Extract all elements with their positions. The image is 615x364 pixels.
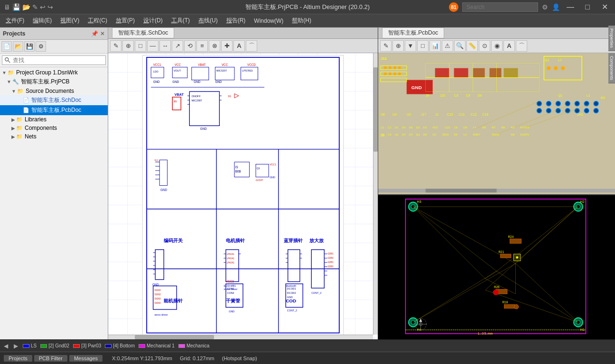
- pcb-tool-measure[interactable]: 📏: [466, 40, 478, 52]
- properties-tab[interactable]: Properties: [608, 26, 615, 51]
- pcb-tool-drc[interactable]: ⚠: [442, 40, 453, 52]
- schematic-canvas[interactable]: VCC1 LDO VCC VOUT VBAT VCC MIC5207: [108, 53, 378, 339]
- tree-project-group[interactable]: ▼ 📁 Project Group 1.DsnWrk: [0, 68, 108, 77]
- pcb-tool-via[interactable]: ◉: [491, 40, 503, 52]
- minimize-button[interactable]: —: [564, 0, 577, 14]
- quick-access-2[interactable]: 📂: [22, 3, 30, 11]
- open-project-button[interactable]: 📂: [13, 41, 23, 52]
- layer-nav-left[interactable]: ◀: [3, 343, 9, 349]
- sch-vertical-scrollbar[interactable]: [373, 53, 378, 335]
- quick-access-redo[interactable]: ↪: [47, 3, 53, 11]
- tree-sch-doc[interactable]: 📄 智能车主板.SchDoc: [0, 95, 108, 105]
- menu-edit[interactable]: 编辑(E): [29, 15, 56, 26]
- svg-text:GND: GND: [194, 80, 200, 83]
- menu-file[interactable]: 文件(F): [2, 15, 28, 26]
- pcb-board-view[interactable]: 1...0:5..mm H3 H2 H4: [378, 195, 615, 339]
- tab-projects[interactable]: Projects: [4, 355, 32, 362]
- menu-window[interactable]: Window(W): [250, 16, 287, 26]
- tree-pcb-doc[interactable]: 📄 智能车主板.PcbDoc: [0, 105, 108, 115]
- pcb-tool-pad[interactable]: ⊙: [479, 40, 490, 52]
- menu-help[interactable]: 帮助(H): [288, 15, 315, 26]
- svg-text:Q1: Q1: [257, 167, 260, 170]
- quick-access-3[interactable]: ✎: [32, 3, 38, 11]
- sch-tool-connect[interactable]: ↔: [159, 40, 171, 52]
- pcb-tool-select[interactable]: ✎: [380, 40, 391, 52]
- sch-tool-cross[interactable]: ⊗: [209, 40, 220, 52]
- svg-text:VBAT: VBAT: [175, 92, 184, 97]
- close-button[interactable]: ✕: [598, 0, 611, 14]
- layer-mechanical2[interactable]: Mechanica: [178, 343, 209, 348]
- menu-project[interactable]: 工程(C): [84, 15, 111, 26]
- quick-access-undo[interactable]: ↩: [40, 3, 46, 11]
- save-project-button[interactable]: 💾: [24, 41, 35, 52]
- menu-route[interactable]: 布线(U): [195, 15, 222, 26]
- menu-design[interactable]: 设计(D): [140, 15, 167, 26]
- components-tab[interactable]: Components: [608, 53, 615, 83]
- svg-text:DGND: DGND: [154, 298, 161, 300]
- layer-mechanical1[interactable]: Mechanical 1: [139, 343, 175, 348]
- svg-text:VCC1: VCC1: [270, 163, 276, 166]
- layer-pwr03[interactable]: [3] Pwr03: [73, 343, 101, 348]
- pcb-tool-text[interactable]: A: [503, 40, 515, 52]
- pcb-upper-view[interactable]: J11 GND: [378, 53, 615, 195]
- layer-bottom[interactable]: [4] Bottom: [105, 343, 135, 348]
- svg-line-232: [413, 207, 516, 264]
- svg-point-129: [398, 73, 401, 75]
- sch-horizontal-scrollbar[interactable]: [108, 335, 373, 339]
- sch-tool-arrow[interactable]: ↗: [172, 40, 183, 52]
- pcb-tool-zoom[interactable]: 🔍: [454, 40, 466, 52]
- layer-bottom-color: [105, 344, 112, 348]
- notification-badge[interactable]: 81: [449, 2, 458, 12]
- new-project-button[interactable]: 📄: [1, 41, 12, 52]
- settings-project-button[interactable]: ⚙: [36, 41, 46, 52]
- global-search-input[interactable]: [462, 2, 538, 12]
- menu-report[interactable]: 报告(R): [223, 15, 250, 26]
- sch-scrollbar-thumb[interactable]: [135, 335, 214, 339]
- sch-tool-plus[interactable]: ✚: [221, 40, 233, 52]
- pcb-tool-component[interactable]: □: [417, 40, 429, 52]
- settings-icon[interactable]: ⚙: [542, 3, 548, 11]
- tree-smart-car-project[interactable]: ▼ 🔧 智能车主板.PrjPCB: [0, 77, 108, 87]
- pcb-tool-arc[interactable]: ⌒: [516, 40, 527, 52]
- svg-text:B5: B5: [174, 100, 177, 103]
- sch-tool-bus[interactable]: ≡: [196, 40, 208, 52]
- pcb-doc-tab[interactable]: 智能车主板.PcbDoc: [382, 27, 444, 38]
- user-icon[interactable]: 👤: [552, 3, 560, 11]
- sch-doc-tab[interactable]: 智能车主板.SchDoc: [112, 27, 174, 38]
- project-search-input[interactable]: [2, 55, 106, 65]
- svg-point-127: [389, 73, 391, 75]
- panel-close-icon[interactable]: ✕: [100, 30, 105, 37]
- panel-pin-icon[interactable]: 📌: [91, 30, 98, 37]
- sch-vertical-scrollbar-thumb[interactable]: [373, 67, 378, 152]
- pcb-tool-chart[interactable]: 📊: [429, 40, 441, 52]
- svg-text:LPK041: LPK041: [227, 262, 235, 264]
- tree-nets[interactable]: ▶ 📁 Nets: [0, 132, 108, 141]
- tree-source-documents[interactable]: ▼ 📁 Source Documents: [0, 87, 108, 95]
- svg-text:GDB2: GDB2: [327, 265, 334, 268]
- svg-point-253: [516, 256, 518, 259]
- maximize-button[interactable]: □: [581, 0, 594, 14]
- layer-gnd02[interactable]: [2] Gnd02: [40, 343, 69, 348]
- layer-ls[interactable]: LS: [23, 343, 37, 348]
- quick-access-1[interactable]: 💾: [12, 3, 20, 11]
- sch-tool-line[interactable]: —: [147, 40, 158, 52]
- sch-tool-rect[interactable]: □: [135, 40, 146, 52]
- folder-icon: 📁: [16, 117, 23, 123]
- svg-point-200: [565, 101, 570, 106]
- menu-tools[interactable]: 工具(T): [168, 15, 194, 26]
- sch-tool-rotate[interactable]: ⟲: [184, 40, 196, 52]
- sch-tool-text[interactable]: A: [233, 40, 245, 52]
- menu-place[interactable]: 放置(P): [112, 15, 139, 26]
- svg-text:J1: J1: [435, 113, 438, 116]
- tab-pcb-filter[interactable]: PCB Filter: [34, 355, 67, 362]
- tree-libraries[interactable]: ▶ 📁 Libraries: [0, 115, 108, 124]
- tab-messages[interactable]: Messages: [69, 355, 102, 362]
- layer-nav-right[interactable]: ▶: [13, 343, 19, 349]
- pcb-tool-filter[interactable]: ▼: [405, 40, 416, 52]
- tree-components[interactable]: ▶ 📁 Components: [0, 124, 108, 132]
- sch-tool-add[interactable]: ⊕: [122, 40, 134, 52]
- sch-tool-select[interactable]: ✎: [110, 40, 121, 52]
- pcb-tool-route[interactable]: ⊕: [392, 40, 404, 52]
- sch-tool-arc[interactable]: ⌒: [246, 40, 257, 52]
- menu-view[interactable]: 视图(V): [56, 15, 83, 26]
